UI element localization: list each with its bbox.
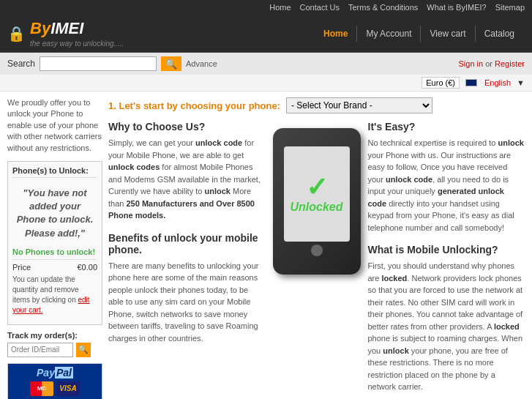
paypal-pay: Pay <box>37 367 55 379</box>
visa-logo: VISA <box>56 381 80 396</box>
price-value: €0.00 <box>77 263 97 272</box>
english-language-link[interactable]: English <box>484 78 511 87</box>
what-text: First, you should understand why phones … <box>368 260 525 393</box>
benefits-title: Benefits of unlock your mobile phone. <box>108 232 266 256</box>
sidebar: We proudly offer you to unlock your Phon… <box>7 97 102 399</box>
track-search-icon: 🔍 <box>78 345 89 354</box>
phone-device: ✓ Unlocked <box>273 128 361 275</box>
main-content: 1. Let's start by choosing your phone: -… <box>108 97 525 399</box>
track-order-section: Track my order(s): 🔍 <box>7 331 102 357</box>
phone-screen: ✓ Unlocked <box>284 146 350 242</box>
what-title: What is Mobile Unlocking? <box>368 244 525 256</box>
phone-home-button <box>311 245 323 256</box>
unlocked-text-label: Unlocked <box>290 201 342 214</box>
signin-link[interactable]: Sign in <box>458 59 483 68</box>
phone-box-title: Phone(s) to Unlock: <box>12 166 97 178</box>
site-header: 🔒 ByIMEI the easy way to unlocking..... … <box>0 15 532 53</box>
nav-home[interactable]: Home <box>315 26 357 42</box>
register-link[interactable]: Register <box>495 59 525 68</box>
track-row: 🔍 <box>7 343 102 357</box>
or-text: or <box>485 59 495 68</box>
no-phones-label: No Phones to unlock! <box>12 247 97 256</box>
right-text: It's Easy? No technical expertise is req… <box>368 121 525 393</box>
card-logos: MC VISA <box>30 381 80 396</box>
payment-area: PayPal MC VISA <box>7 363 102 399</box>
search-input[interactable] <box>40 56 157 71</box>
price-label: Price <box>12 263 31 272</box>
track-order-title: Track my order(s): <box>7 331 102 340</box>
logo-area: 🔒 ByIMEI the easy way to unlocking..... <box>7 19 124 48</box>
main-nav: Home My Account View cart Catalog <box>315 26 523 42</box>
phone-box: Phone(s) to Unlock: "You have not added … <box>7 161 102 325</box>
signin-register-area: Sign in or Register <box>458 59 525 68</box>
lang-arrow-icon: ▼ <box>517 78 525 87</box>
search-bar: Search 🔍 Advance Sign in or Register <box>0 53 532 75</box>
track-order-button[interactable]: 🔍 <box>76 343 91 357</box>
brand-select-dropdown[interactable]: - Select Your Brand - <box>286 97 432 113</box>
topnav-home[interactable]: Home <box>269 3 291 12</box>
brand-select-label: 1. Let's start by choosing your phone: <box>108 100 280 111</box>
paypal-logo: PayPal <box>37 367 73 379</box>
topnav-sitemap[interactable]: Sitemap <box>495 3 525 12</box>
phone-box-quote: "You have not added your Phone to unlock… <box>12 182 97 245</box>
nav-catalog[interactable]: Catalog <box>476 26 523 42</box>
logo-imei: IMEI <box>50 19 83 37</box>
logo-by: By <box>30 19 50 37</box>
top-nav-bar: Home Contact Us Terms & Conditions What … <box>0 0 532 15</box>
unlocked-checkmark: ✓ <box>306 174 328 201</box>
main-layout: We proudly offer you to unlock your Phon… <box>0 92 532 399</box>
search-label: Search <box>7 59 35 69</box>
logo-tagline: the easy way to unlocking..... <box>30 40 124 48</box>
topnav-contact[interactable]: Contact Us <box>300 3 340 12</box>
easy-text: No technical expertise is required to un… <box>368 137 525 234</box>
search-left: Search 🔍 Advance <box>7 56 217 71</box>
advance-link[interactable]: Advance <box>186 59 217 68</box>
search-button[interactable]: 🔍 <box>161 56 181 71</box>
why-choose-title: Why to Choose Us? <box>108 121 266 133</box>
uk-flag-icon <box>465 79 477 86</box>
currency-lang-bar: Euro (€) English ▼ <box>0 75 532 92</box>
phone-showcase: ✓ Unlocked <box>273 128 361 275</box>
topnav-terms[interactable]: Terms & Conditions <box>348 3 418 12</box>
left-text: Why to Choose Us? Simply, we can get you… <box>108 121 266 344</box>
search-icon: 🔍 <box>165 59 177 70</box>
content-body: Why to Choose Us? Simply, we can get you… <box>108 121 525 393</box>
paypal-pal: Pal <box>55 367 73 379</box>
edit-cart-text: You can update the quantity and remove i… <box>12 275 97 316</box>
topnav-whatisbyimei[interactable]: What is ByIMEI? <box>427 3 486 12</box>
nav-view-cart[interactable]: View cart <box>421 26 475 42</box>
benefits-text: There are many benefits to unlocking you… <box>108 260 266 345</box>
currency-button[interactable]: Euro (€) <box>422 77 460 89</box>
brand-select-top: 1. Let's start by choosing your phone: -… <box>108 97 525 113</box>
logo-text: ByIMEI <box>30 19 124 38</box>
why-choose-text: Simply, we can get your unlock code for … <box>108 137 266 222</box>
lock-icon: 🔒 <box>7 25 26 42</box>
promo-text: We proudly offer you to unlock your Phon… <box>7 97 102 154</box>
track-order-input[interactable] <box>7 343 73 357</box>
easy-title: It's Easy? <box>368 121 525 133</box>
mastercard-logo: MC <box>30 381 53 396</box>
nav-my-account[interactable]: My Account <box>357 26 421 42</box>
price-row: Price €0.00 <box>12 259 97 272</box>
